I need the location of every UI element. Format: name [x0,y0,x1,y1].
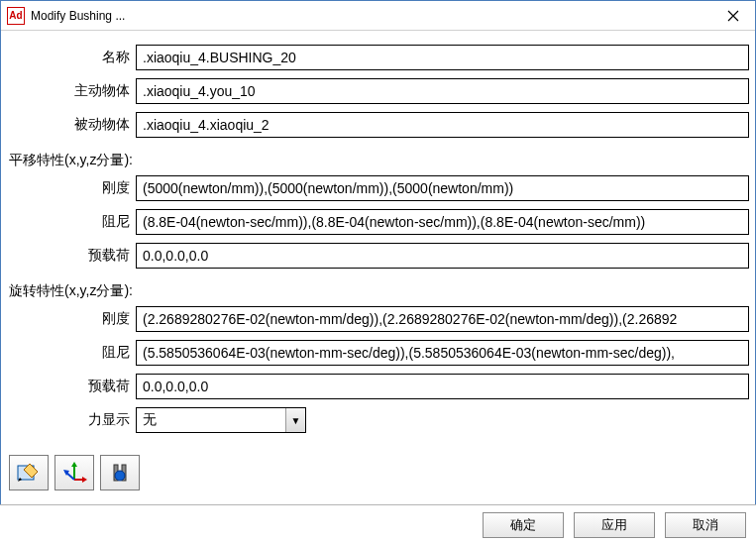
passive-body-input[interactable] [136,112,749,138]
force-display-value: 无 [137,411,285,429]
name-label: 名称 [7,49,136,66]
bushing-tool-button[interactable] [100,455,140,490]
close-button[interactable] [710,1,755,30]
chevron-down-icon: ▼ [285,408,305,432]
close-icon [727,10,739,22]
trans-preload-input[interactable] [136,243,749,269]
pencil-icon [16,462,42,484]
xyz-axes-icon [61,462,87,484]
toolbar-icons [7,441,749,490]
trans-damping-label: 阻尼 [7,213,136,231]
rot-damping-input[interactable] [136,340,749,366]
bushing-icon [107,462,133,484]
passive-body-label: 被动物体 [7,116,136,134]
apply-button[interactable]: 应用 [574,512,655,538]
name-input[interactable] [136,45,749,70]
active-body-label: 主动物体 [7,82,136,100]
form-area: 名称 主动物体 被动物体 平移特性(x,y,z分量): 刚度 阻尼 预载荷 旋转… [1,31,755,496]
trans-damping-input[interactable] [136,209,749,235]
ok-button[interactable]: 确定 [483,512,564,538]
app-icon: Ad [7,7,25,25]
window-title: Modify Bushing ... [31,9,710,23]
rot-stiffness-label: 刚度 [7,310,136,328]
rot-stiffness-input[interactable] [136,306,749,332]
dialog-footer: 确定 应用 取消 [0,504,756,544]
force-display-label: 力显示 [7,411,136,429]
cancel-button[interactable]: 取消 [665,512,746,538]
rot-damping-label: 阻尼 [7,344,136,362]
trans-preload-label: 预载荷 [7,247,136,265]
svg-point-9 [115,471,125,481]
svg-marker-2 [71,462,77,467]
axes-tool-button[interactable] [54,455,94,490]
rot-preload-label: 预载荷 [7,378,136,395]
translational-header: 平移特性(x,y,z分量): [7,146,749,175]
active-body-input[interactable] [136,78,749,104]
trans-stiffness-label: 刚度 [7,179,136,197]
force-display-dropdown[interactable]: 无 ▼ [136,407,306,433]
rot-preload-input[interactable] [136,374,749,399]
title-bar: Ad Modify Bushing ... [1,1,755,31]
rotational-header: 旋转特性(x,y,z分量): [7,276,749,306]
trans-stiffness-input[interactable] [136,175,749,201]
svg-marker-4 [82,477,87,483]
edit-tool-button[interactable] [9,455,49,490]
